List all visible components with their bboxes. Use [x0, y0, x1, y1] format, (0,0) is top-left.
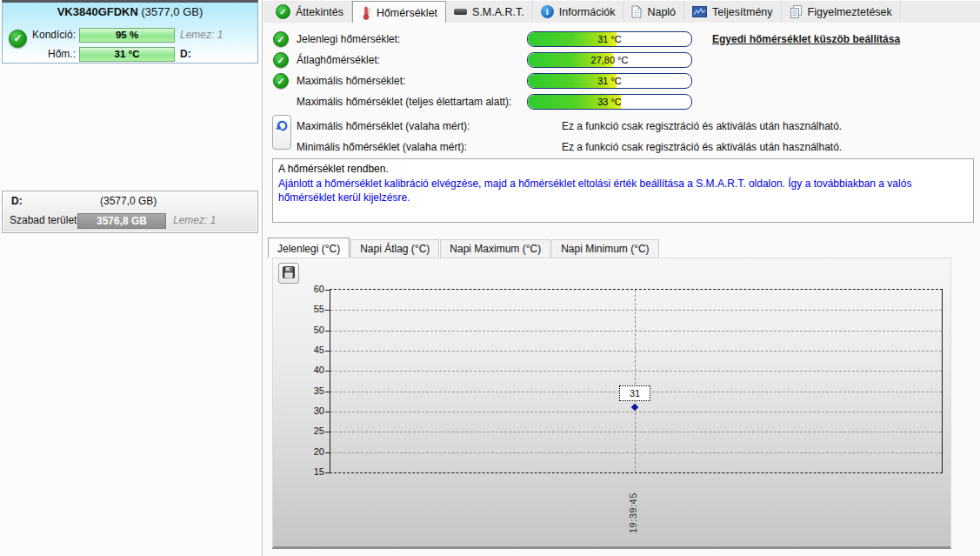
- y-tick-label: 40: [303, 365, 324, 375]
- temp-value-bar: 31 °C: [527, 31, 692, 47]
- note-status-text: A hőmérséklet rendben.: [278, 162, 968, 177]
- gridline: [330, 412, 942, 412]
- gridline: [330, 371, 942, 372]
- temperature-page: ✓ Jelenlegi hőmérséklet: 31 °C Egyedi hő…: [263, 23, 980, 556]
- main-tabstrip: ✓ Áttekintés Hőmérséklet S.M.A.R.T: [263, 1, 980, 23]
- free-space-label: Szabad terület: [10, 213, 77, 228]
- drive-list-sidebar: VK3840GFDKN (3577,0 GB) ✓ Kondíció: 95 %…: [0, 0, 263, 556]
- y-tick-label: 35: [303, 385, 324, 396]
- partition-name: D:: [11, 195, 23, 207]
- partition-size: (3577,0 GB): [100, 195, 157, 207]
- temperature-row: Hőm.: 31 °C D:: [3, 47, 257, 62]
- green-check-icon: ✓: [273, 73, 289, 89]
- gridline: [330, 310, 942, 311]
- drive-name: VK3840GFDKN: [57, 5, 138, 18]
- temperature-chart-panel: 60 55 50 45 40 35 30 25 20 15: [272, 258, 951, 549]
- x-axis-time-label: 19:39:45: [628, 479, 638, 533]
- locked-row-max-ever: Maximális hőmérséklet (valaha mért): Ez …: [263, 118, 980, 134]
- locked-row-min-ever: Minimális hőmérséklet (valaha mért): Ez …: [263, 139, 980, 155]
- pages-icon: [790, 5, 803, 18]
- condition-label: Kondíció:: [27, 28, 76, 43]
- temp-row-lifetime-max: Maximális hőmérséklet (teljes élettartam…: [263, 94, 980, 110]
- temp-value-bar: 27,80 °C: [527, 52, 692, 68]
- y-tick-label: 55: [303, 304, 324, 314]
- disk-number-label: Lemez: 1: [180, 28, 223, 43]
- condition-row: Kondíció: 95 % Lemez: 1: [3, 28, 257, 43]
- green-check-icon: ✓: [273, 52, 289, 68]
- data-point-label: 31: [619, 385, 650, 401]
- main-content: ✓ Áttekintés Hőmérséklet S.M.A.R.T: [263, 0, 980, 556]
- gridline: [330, 351, 942, 352]
- temp-row-max: ✓ Maximális hőmérséklet: 31 °C: [263, 73, 980, 89]
- tab-attekintes[interactable]: ✓ Áttekintés: [268, 1, 352, 23]
- hard-disk-sentinel-window: VK3840GFDKN (3577,0 GB) ✓ Kondíció: 95 %…: [0, 0, 980, 556]
- temp-row-average: ✓ Átlaghőmérséklet: 27,80 °C: [263, 52, 980, 68]
- y-tick-label: 60: [303, 284, 324, 294]
- green-check-icon: ✓: [276, 4, 290, 19]
- y-tick-label: 30: [303, 405, 324, 416]
- y-tick-label: 50: [303, 325, 324, 335]
- hard-disk-icon: [454, 9, 467, 15]
- save-chart-button[interactable]: [278, 263, 299, 284]
- chart-plot-area: 60 55 50 45 40 35 30 25 20 15: [330, 289, 943, 473]
- document-icon: [631, 5, 642, 18]
- temp-value-bar: 31 °C: [527, 73, 692, 89]
- note-advice-text: Ajánlott a hőmérséklet kalibráció elvégz…: [278, 177, 968, 205]
- custom-threshold-link[interactable]: Egyedi hőmérséklet küszöb beállítása: [712, 33, 900, 45]
- chart-tab-jelenlegi[interactable]: Jelenlegi (°C): [268, 238, 350, 258]
- tab-teljesitmeny[interactable]: Teljesítmény: [684, 1, 781, 23]
- gridline: [330, 331, 942, 332]
- drive-title: VK3840GFDKN (3577,0 GB): [3, 3, 257, 18]
- thermometer-icon: [361, 6, 371, 20]
- temp-label: Hőm.:: [27, 47, 76, 62]
- drive-letter-label: D:: [180, 47, 191, 62]
- y-tick-label: 45: [303, 345, 324, 355]
- chart-tab-napi-maximum[interactable]: Napi Maximum (°C): [440, 239, 550, 258]
- green-check-icon: ✓: [273, 31, 289, 47]
- chart-tab-napi-minimum[interactable]: Napi Minimum (°C): [551, 239, 658, 258]
- temp-value-bar: 33 °C: [527, 94, 692, 110]
- sample-time-gridline: [635, 290, 636, 472]
- temperature-note-box: A hőmérséklet rendben. Ajánlott a hőmérs…: [272, 158, 974, 223]
- tab-informaciok[interactable]: i Információk: [533, 1, 624, 23]
- y-tick-label: 15: [303, 466, 324, 477]
- info-icon: i: [541, 5, 554, 18]
- tab-homerseklet[interactable]: Hőmérséklet: [352, 1, 446, 23]
- free-space-bar: 3576,8 GB: [77, 213, 166, 229]
- chart-tabstrip: Jelenlegi (°C) Napi Átlag (°C) Napi Maxi…: [268, 237, 660, 258]
- temp-bar: 31 °C: [79, 47, 175, 62]
- data-point: [631, 404, 638, 411]
- y-tick-label: 20: [303, 446, 324, 457]
- partition-list-item[interactable]: D: (3577,0 GB) Szabad terület 3576,8 GB …: [2, 191, 258, 233]
- performance-chart-icon: [692, 6, 707, 17]
- tab-smart[interactable]: S.M.A.R.T.: [446, 1, 533, 23]
- condition-bar: 95 %: [79, 28, 175, 43]
- tab-figyelmeztetesek[interactable]: Figyelmeztetések: [782, 1, 901, 23]
- tab-naplo[interactable]: Napló: [623, 1, 684, 23]
- floppy-disk-icon: [283, 266, 295, 281]
- chart-tab-napi-atlag[interactable]: Napi Átlag (°C): [350, 239, 439, 258]
- gridline: [330, 452, 942, 453]
- drive-list-item-selected[interactable]: VK3840GFDKN (3577,0 GB) ✓ Kondíció: 95 %…: [2, 0, 258, 64]
- y-tick-label: 25: [303, 425, 324, 436]
- partition-disk-number: Lemez: 1: [173, 213, 216, 228]
- drive-size: (3577,0 GB): [142, 5, 203, 18]
- gridline: [330, 432, 942, 432]
